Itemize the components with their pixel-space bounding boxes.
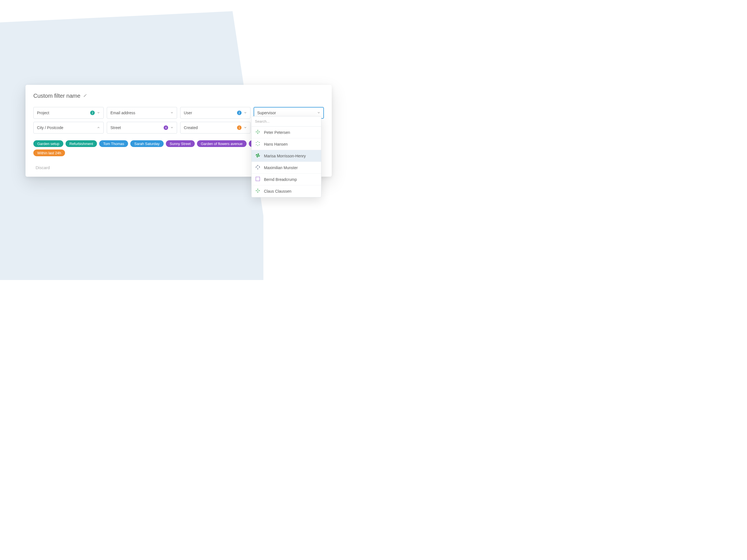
filter-label: Email address <box>110 111 135 115</box>
dropdown-option-label: Maximilian Munster <box>264 165 298 170</box>
dropdown-option[interactable]: Peter Petersen <box>252 127 321 138</box>
filter-chip[interactable]: Tom Thomas <box>99 140 128 147</box>
dropdown-option[interactable]: Bernd Breadcrump <box>252 174 321 185</box>
chevron-down-icon <box>170 125 174 130</box>
filter-field-street[interactable]: Street4 <box>107 122 177 134</box>
chevron-down-icon <box>170 110 174 115</box>
filter-chip[interactable]: Sunny Street <box>166 140 195 147</box>
svg-point-5 <box>258 145 258 145</box>
supervisor-dropdown-panel: Peter PetersenHans HansenMarisa Morrisso… <box>251 116 321 197</box>
filter-chip[interactable]: Within last 24h <box>33 150 65 156</box>
filter-chip[interactable]: Refurbishment <box>66 140 97 147</box>
svg-point-1 <box>258 131 258 132</box>
filter-field-user[interactable]: User2 <box>180 107 251 119</box>
dropdown-option-label: Bernd Breadcrump <box>264 177 297 182</box>
filter-label: Supervisor <box>257 111 276 115</box>
svg-rect-9 <box>257 190 258 191</box>
dropdown-search-input[interactable] <box>252 116 321 127</box>
filter-field-created[interactable]: Created1 <box>180 122 251 134</box>
dropdown-option-label: Claus Claussen <box>264 189 291 193</box>
chevron-up-icon <box>97 125 100 130</box>
filter-field-email-address[interactable]: Email address <box>107 107 177 119</box>
dropdown-option[interactable]: Maximilian Munster <box>252 162 321 174</box>
chevron-down-icon <box>244 125 247 130</box>
chevron-down-icon <box>244 110 247 115</box>
title-row: Custom filter name <box>33 93 324 99</box>
chevron-down-icon <box>97 110 100 115</box>
card-title: Custom filter name <box>33 93 80 99</box>
avatar-icon <box>255 141 261 148</box>
dropdown-option[interactable]: Hans Hansen <box>252 138 321 150</box>
svg-point-4 <box>259 144 259 145</box>
filter-field-project[interactable]: Project2 <box>33 107 104 119</box>
count-badge: 1 <box>237 126 241 130</box>
pencil-icon[interactable] <box>83 94 87 99</box>
discard-button[interactable]: Discard <box>33 164 52 171</box>
avatar-icon <box>255 153 261 159</box>
svg-rect-8 <box>256 177 260 181</box>
count-badge: 4 <box>164 126 168 130</box>
dropdown-option-label: Hans Hansen <box>264 142 288 146</box>
avatar-icon <box>255 176 261 183</box>
dropdown-option-label: Marisa Morrisson-Henry <box>264 154 306 158</box>
filter-label: User <box>184 111 192 115</box>
dropdown-option[interactable]: Marisa Morrisson-Henry <box>252 150 321 162</box>
avatar-icon <box>255 129 261 136</box>
svg-point-3 <box>259 142 259 142</box>
filter-label: Street <box>110 126 121 130</box>
dropdown-option[interactable]: Claus Claussen <box>252 185 321 197</box>
svg-point-7 <box>256 142 256 142</box>
avatar-icon <box>255 188 261 195</box>
filter-chip[interactable]: Sarah Saturday <box>130 140 163 147</box>
filter-chip[interactable]: Garden setup <box>33 140 63 147</box>
count-badge: 2 <box>90 111 95 115</box>
avatar-icon <box>255 164 261 171</box>
filter-label: City / Postcode <box>37 126 63 130</box>
svg-point-2 <box>258 141 258 142</box>
count-badge: 2 <box>237 111 241 115</box>
dropdown-option-label: Peter Petersen <box>264 130 290 135</box>
svg-point-6 <box>256 144 256 145</box>
filter-chip[interactable]: Garden of flowers avenue <box>197 140 247 147</box>
chevron-down-icon <box>317 110 320 115</box>
filter-label: Created <box>184 126 198 130</box>
filter-label: Project <box>37 111 49 115</box>
filter-field-city-postcode[interactable]: City / Postcode <box>33 122 104 134</box>
